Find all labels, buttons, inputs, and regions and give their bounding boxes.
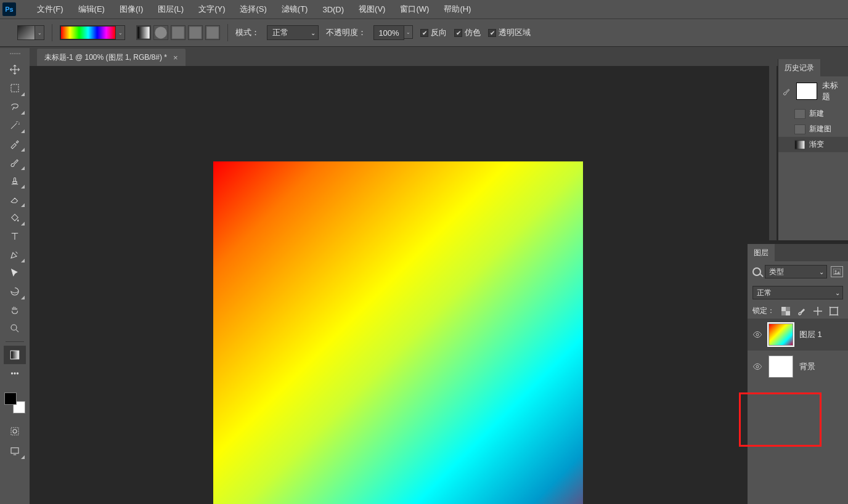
history-step[interactable]: 新建 bbox=[778, 106, 848, 121]
blend-mode-value: 正常 bbox=[272, 27, 288, 38]
pixel-filter-icon[interactable] bbox=[831, 266, 843, 277]
menu-help[interactable]: 帮助(H) bbox=[436, 0, 478, 18]
separator bbox=[52, 24, 52, 41]
menu-image[interactable]: 图像(I) bbox=[112, 0, 150, 18]
menu-layer[interactable]: 图层(L) bbox=[150, 0, 191, 18]
close-icon[interactable]: × bbox=[173, 53, 178, 62]
stamp-tool[interactable] bbox=[4, 171, 26, 190]
hand-tool[interactable] bbox=[4, 301, 26, 319]
foreground-color-swatch[interactable] bbox=[4, 392, 17, 405]
lock-label: 锁定： bbox=[752, 306, 775, 316]
diamond-gradient-button[interactable] bbox=[205, 25, 220, 40]
radial-gradient-button[interactable] bbox=[153, 25, 168, 40]
layer-filter-value: 类型 bbox=[769, 267, 784, 277]
magic-wand-tool[interactable] bbox=[4, 116, 26, 134]
document-tab[interactable]: 未标题-1 @ 100% (图层 1, RGB/8#) * × bbox=[37, 49, 186, 66]
reflected-gradient-button[interactable] bbox=[188, 25, 203, 40]
visibility-toggle[interactable] bbox=[752, 330, 762, 339]
opacity-input[interactable]: 100% bbox=[373, 25, 404, 40]
tab-history[interactable]: 历史记录 bbox=[778, 59, 820, 76]
path-select-tool[interactable] bbox=[4, 264, 26, 282]
chevron-down-icon[interactable]: ⌄ bbox=[404, 25, 413, 39]
layer-row[interactable]: 图层 1 bbox=[748, 319, 848, 351]
panel-grip-icon[interactable] bbox=[6, 53, 23, 57]
separator bbox=[6, 341, 24, 342]
lock-transparency-icon[interactable] bbox=[781, 306, 791, 316]
menu-file[interactable]: 文件(F) bbox=[30, 0, 71, 18]
document-canvas[interactable] bbox=[213, 161, 583, 504]
history-snapshot[interactable]: 未标题 bbox=[778, 76, 848, 106]
quickmask-toggle[interactable] bbox=[4, 422, 26, 441]
marquee-tool[interactable] bbox=[4, 79, 26, 97]
opacity-label: 不透明度： bbox=[326, 27, 366, 38]
more-tools[interactable] bbox=[4, 364, 26, 383]
history-brush-icon bbox=[782, 86, 791, 96]
lock-paint-icon[interactable] bbox=[797, 306, 807, 316]
panel-tabs: 历史记录 bbox=[778, 59, 848, 76]
eraser-tool[interactable] bbox=[4, 190, 26, 208]
panel-tabs: 图层 bbox=[748, 244, 848, 261]
svg-point-9 bbox=[14, 373, 15, 374]
svg-rect-7 bbox=[10, 351, 19, 359]
menu-3d[interactable]: 3D(D) bbox=[315, 0, 351, 18]
blend-mode-select[interactable]: 正常 bbox=[267, 25, 319, 40]
menu-edit[interactable]: 编辑(E) bbox=[71, 0, 112, 18]
dither-checkbox[interactable]: ✔仿色 bbox=[454, 27, 481, 38]
menu-filter[interactable]: 滤镜(T) bbox=[274, 0, 316, 18]
type-tool[interactable] bbox=[4, 227, 26, 245]
options-bar: ⌄ ⌄ 模式： 正常 不透明度： 100% ⌄ ✔反向 ✔仿色 ✔透明区域 bbox=[0, 18, 848, 47]
screenmode-toggle[interactable] bbox=[4, 442, 26, 460]
layer-blend-select[interactable]: 正常 bbox=[752, 286, 843, 299]
layer-row[interactable]: 背景 bbox=[748, 351, 848, 383]
collapsed-dock-strip[interactable] bbox=[769, 59, 777, 240]
snapshot-thumb bbox=[796, 83, 817, 100]
svg-rect-19 bbox=[786, 311, 790, 315]
visibility-toggle[interactable] bbox=[752, 362, 762, 372]
brush-tool[interactable] bbox=[4, 153, 26, 171]
linear-gradient-button[interactable] bbox=[136, 25, 151, 40]
checkmark-icon: ✔ bbox=[420, 29, 428, 37]
gradient-swatch-icon bbox=[18, 26, 35, 39]
tool-preset-picker[interactable]: ⌄ bbox=[17, 25, 44, 40]
layer-thumbnail[interactable] bbox=[768, 356, 793, 378]
lasso-tool[interactable] bbox=[4, 97, 26, 116]
eyedropper-tool[interactable] bbox=[4, 134, 26, 153]
shape-tool[interactable] bbox=[4, 282, 26, 301]
lock-position-icon[interactable] bbox=[813, 306, 823, 316]
reverse-checkbox[interactable]: ✔反向 bbox=[420, 27, 447, 38]
menu-select[interactable]: 选择(S) bbox=[232, 0, 274, 18]
step-icon bbox=[794, 109, 805, 119]
menu-view[interactable]: 视图(V) bbox=[351, 0, 393, 18]
svg-rect-18 bbox=[781, 307, 786, 311]
svg-rect-5 bbox=[11, 84, 18, 92]
history-step[interactable]: 渐变 bbox=[778, 137, 848, 152]
bucket-tool[interactable] bbox=[4, 208, 26, 227]
gradient-preview-icon bbox=[60, 26, 116, 39]
layer-name[interactable]: 背景 bbox=[799, 361, 815, 372]
transparency-checkbox[interactable]: ✔透明区域 bbox=[488, 27, 531, 38]
svg-rect-3 bbox=[189, 26, 201, 38]
lock-artboard-icon[interactable] bbox=[829, 306, 839, 316]
annotation-highlight bbox=[739, 392, 822, 447]
move-tool[interactable] bbox=[4, 60, 26, 79]
dither-label: 仿色 bbox=[465, 27, 481, 38]
layer-name[interactable]: 图层 1 bbox=[799, 329, 822, 340]
gradient-step-icon bbox=[794, 140, 805, 150]
svg-rect-11 bbox=[11, 428, 18, 435]
layer-filter-select[interactable]: 类型 bbox=[765, 265, 827, 278]
layer-thumbnail[interactable] bbox=[768, 323, 793, 346]
pen-tool[interactable] bbox=[4, 245, 26, 264]
angle-gradient-button[interactable] bbox=[171, 25, 186, 40]
history-step[interactable]: 新建图 bbox=[778, 121, 848, 137]
tab-layers[interactable]: 图层 bbox=[748, 244, 775, 261]
gradient-picker[interactable]: ⌄ bbox=[60, 25, 125, 40]
menu-type[interactable]: 文字(Y) bbox=[191, 0, 232, 18]
canvas-area bbox=[30, 67, 848, 504]
zoom-tool[interactable] bbox=[4, 319, 26, 338]
menu-window[interactable]: 窗口(W) bbox=[393, 0, 436, 18]
search-icon bbox=[752, 267, 761, 276]
reverse-label: 反向 bbox=[431, 27, 447, 38]
checkmark-icon: ✔ bbox=[488, 29, 496, 37]
color-swatches[interactable] bbox=[4, 392, 25, 413]
gradient-tool[interactable] bbox=[4, 346, 26, 364]
